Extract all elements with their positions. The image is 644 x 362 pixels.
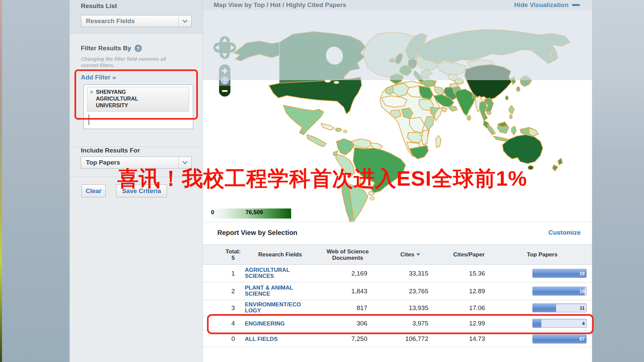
clear-button[interactable]: Clear [82, 184, 106, 197]
top-papers-bar: 11 [532, 303, 587, 312]
page: Results List Research Fields Filter Resu… [0, 0, 644, 362]
top-papers-bar: 67 [532, 335, 587, 344]
row-cites: 33,315 [380, 270, 441, 277]
col-total: Total: 5 [221, 248, 245, 261]
row-rank: 2 [221, 288, 245, 295]
legend-min: 0 [211, 209, 214, 216]
annotation-box-filter [74, 69, 198, 120]
report-header: Report View by Selection Customize [203, 222, 592, 245]
zoom-control [219, 64, 230, 97]
annotation-box-engineering-row [207, 314, 594, 334]
row-docs: 7,250 [315, 335, 380, 343]
include-results-label: Include Results For [81, 147, 140, 154]
row-rank: 0 [221, 335, 245, 343]
row-cites-per-paper: 17.06 [441, 304, 497, 312]
row-rank: 3 [221, 304, 245, 312]
results-list-label: Results List [81, 2, 117, 10]
col-cites[interactable]: Cites [380, 251, 441, 258]
research-field-link[interactable]: ENVIRONMENT/ECOLOGY [245, 302, 301, 314]
col-wos-documents: Web of Science Documents [315, 248, 380, 261]
pan-control [213, 36, 236, 59]
row-cites-per-paper: 12.89 [441, 288, 497, 295]
row-cites: 23,765 [380, 288, 441, 295]
table-row: 1 AGRICULTURAL SCIENCES 2,169 33,315 15.… [203, 265, 592, 283]
map-header: Map View by Top / Hot / Highly Cited Pap… [203, 0, 592, 10]
research-field-link[interactable]: ALL FIELDS [245, 336, 301, 342]
background-left [0, 0, 69, 362]
table-row: 3 ENVIRONMENT/ECOLOGY 817 13,935 17.06 1… [203, 300, 592, 316]
results-list-dropdown[interactable]: Research Fields [81, 15, 192, 27]
map-controls[interactable] [203, 10, 250, 104]
top-papers-value: 11 [580, 305, 585, 311]
include-results-value: Top Papers [81, 159, 120, 166]
row-cites: 13,935 [380, 304, 441, 312]
research-field-link[interactable]: AGRICULTURAL SCIENCES [245, 267, 301, 279]
top-papers-value: 18 [579, 289, 585, 294]
map-view-title: Map View by Top / Hot / Highly Cited Pap… [214, 1, 346, 9]
zoom-out-icon [222, 90, 227, 92]
banner-text: 喜讯！我校工程学科首次进入ESI全球前1% [117, 164, 527, 193]
row-docs: 1,843 [315, 288, 380, 295]
col-top-papers[interactable]: Top Papers [497, 251, 592, 258]
top-papers-value: 67 [579, 336, 585, 342]
customize-link[interactable]: Customize [548, 229, 581, 236]
collapse-icon [572, 4, 580, 6]
row-cites-per-paper: 14.73 [441, 335, 497, 343]
filter-results-by-label: Filter Results By [81, 45, 131, 52]
legend-max: 76,509 [246, 209, 263, 216]
table-row: 2 PLANT & ANIMAL SCIENCE 1,843 23,765 12… [203, 283, 592, 300]
results-list-value: Research Fields [81, 17, 135, 25]
research-field-link[interactable]: PLANT & ANIMAL SCIENCE [245, 285, 301, 297]
filter-note: Changing the filter field removes all cu… [81, 56, 185, 68]
sort-descending-icon [416, 253, 420, 256]
col-cites-per-paper[interactable]: Cites/Paper [441, 251, 497, 258]
row-cites: 106,772 [380, 335, 441, 343]
top-papers-bar: 19 [532, 269, 587, 278]
help-icon[interactable]: ? [135, 45, 142, 52]
hide-visualization-link[interactable]: Hide Visualization [514, 1, 580, 9]
col-research-fields: Research Fields [245, 251, 315, 258]
chevron-down-icon [182, 159, 188, 164]
row-cites-per-paper: 15.36 [441, 270, 497, 277]
top-papers-value: 19 [579, 271, 585, 276]
report-title: Report View by Selection [217, 229, 298, 237]
row-docs: 2,169 [315, 270, 380, 277]
dropdown-button[interactable] [178, 15, 191, 27]
top-papers-bar: 18 [532, 287, 587, 296]
globe-icon [221, 76, 229, 84]
background-photo-edge [0, 0, 2, 362]
table-header-row: Total: 5 Research Fields Web of Science … [203, 245, 592, 265]
choropleth-legend: 0 76,509 [210, 208, 291, 219]
background-right [592, 0, 644, 362]
row-docs: 817 [315, 304, 380, 312]
chevron-down-icon [182, 17, 188, 23]
row-rank: 1 [221, 270, 245, 277]
